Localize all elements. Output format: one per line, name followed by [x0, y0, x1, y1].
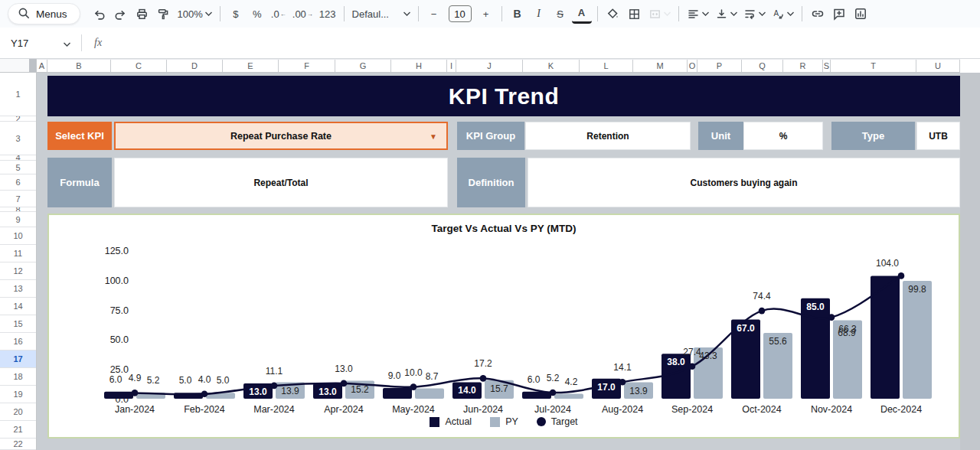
svg-text:75.0: 75.0	[110, 305, 129, 316]
row-header-6[interactable]: 6	[0, 174, 36, 191]
row-header-10[interactable]: 10	[0, 227, 36, 245]
type-label[interactable]: Type	[831, 122, 915, 150]
column-header-M[interactable]: M	[633, 60, 688, 72]
unit-value[interactable]: %	[743, 122, 823, 150]
column-header-F[interactable]: F	[279, 60, 335, 72]
format-percent-button[interactable]: %	[247, 4, 267, 24]
dashboard-title-banner[interactable]: KPI Trend	[47, 76, 960, 116]
text-color-button[interactable]: A	[572, 4, 592, 24]
row-header-17[interactable]: 17	[0, 351, 36, 368]
row-header-2[interactable]: 2	[0, 116, 36, 122]
type-value[interactable]: UTB	[916, 122, 960, 150]
font-size-input[interactable]: 10	[449, 5, 472, 22]
strikethrough-button[interactable]: S	[550, 4, 570, 24]
column-header-E[interactable]: E	[223, 60, 279, 72]
formula-label[interactable]: Formula	[47, 158, 112, 207]
row-header-18[interactable]: 18	[0, 368, 36, 386]
redo-button[interactable]	[111, 4, 131, 24]
unit-label[interactable]: Unit	[698, 122, 743, 150]
merge-cells-button[interactable]	[646, 4, 673, 24]
menus-button[interactable]: Menus	[8, 3, 80, 24]
column-header-U[interactable]: U	[916, 60, 960, 72]
column-header-J[interactable]: J	[456, 60, 523, 72]
row-header-16[interactable]: 16	[0, 333, 36, 351]
row-header-4[interactable]: 4	[0, 155, 36, 161]
paint-format-button[interactable]	[154, 4, 174, 24]
column-header-Q[interactable]: Q	[742, 60, 783, 72]
select-kpi-dropdown[interactable]: Repeat Purchase Rate ▼	[114, 122, 448, 150]
column-header-I[interactable]: I	[447, 60, 456, 72]
toolbar: Menus 100% $ % .0← .00→ 123 Defaul... − …	[0, 0, 980, 28]
more-formats-button[interactable]: 123	[317, 4, 338, 24]
format-currency-button[interactable]: $	[226, 4, 246, 24]
sheet-grid[interactable]: KPI Trend Select KPI Repeat Purchase Rat…	[37, 73, 960, 450]
bold-button[interactable]: B	[508, 4, 528, 24]
font-select[interactable]: Defaul...	[350, 4, 413, 24]
column-header-L[interactable]: L	[580, 60, 633, 72]
svg-text:13.0: 13.0	[318, 386, 337, 397]
column-header-G[interactable]: G	[335, 60, 391, 72]
row-header-5[interactable]: 5	[0, 161, 36, 174]
row-header-19[interactable]: 19	[0, 386, 36, 403]
row-header-15[interactable]: 15	[0, 315, 36, 333]
kpi-chart[interactable]: 125.0100.075.050.025.00.0Jan-2024Feb-202…	[47, 214, 960, 439]
zoom-select[interactable]: 100%	[175, 4, 214, 24]
row-header-7[interactable]: 7	[0, 191, 36, 207]
column-header-A[interactable]: A	[37, 60, 47, 72]
kpi-group-label[interactable]: KPI Group	[457, 122, 524, 150]
column-header-T[interactable]: T	[831, 60, 916, 72]
svg-text:14.1: 14.1	[613, 362, 632, 373]
row-header-14[interactable]: 14	[0, 298, 36, 315]
undo-button[interactable]	[90, 4, 109, 24]
row-header-11[interactable]: 11	[0, 245, 36, 262]
name-box[interactable]: Y17	[0, 38, 77, 49]
select-all-corner[interactable]	[0, 59, 37, 73]
insert-link-button[interactable]	[808, 4, 828, 24]
insert-comment-button[interactable]	[829, 4, 849, 24]
insert-chart-button[interactable]	[851, 4, 871, 24]
kpi-group-value[interactable]: Retention	[525, 122, 691, 150]
row-header-21[interactable]: 21	[0, 421, 36, 439]
legend-swatch-actual	[430, 417, 439, 427]
italic-button[interactable]: I	[529, 4, 549, 24]
legend-swatch-target	[537, 417, 546, 426]
row-header-20[interactable]: 20	[0, 403, 36, 421]
row-header-3[interactable]: 3	[0, 122, 36, 155]
row-header-1[interactable]: 1	[0, 73, 36, 116]
row-header-22[interactable]: 22	[0, 439, 36, 450]
row-header-13[interactable]: 13	[0, 280, 36, 298]
svg-text:14.0: 14.0	[458, 385, 476, 396]
select-kpi-label[interactable]: Select KPI	[47, 122, 112, 150]
formula-input[interactable]	[109, 28, 980, 58]
fill-color-button[interactable]	[603, 4, 623, 24]
increase-decimal-button[interactable]: .00→	[290, 4, 315, 24]
column-header-D[interactable]: D	[167, 60, 223, 72]
column-header-H[interactable]: H	[391, 60, 447, 72]
decrease-decimal-button[interactable]: .0←	[269, 4, 289, 24]
svg-text:5.0: 5.0	[179, 375, 192, 386]
text-rotation-button[interactable]: A	[769, 4, 796, 24]
row-header-9[interactable]: 9	[0, 212, 36, 227]
svg-text:15.2: 15.2	[351, 384, 369, 395]
svg-text:Oct-2024: Oct-2024	[742, 404, 781, 415]
increase-font-size-button[interactable]: +	[476, 4, 496, 24]
column-header-O[interactable]: O	[688, 60, 697, 72]
column-header-C[interactable]: C	[111, 60, 167, 72]
svg-text:43.3: 43.3	[699, 351, 717, 361]
formula-value[interactable]: Repeat/Total	[114, 158, 448, 207]
column-header-P[interactable]: P	[697, 60, 742, 72]
definition-value[interactable]: Customers buying again	[528, 158, 960, 207]
column-header-K[interactable]: K	[523, 60, 580, 72]
horizontal-align-button[interactable]	[684, 4, 711, 24]
legend-label: Actual	[445, 416, 472, 427]
print-button[interactable]	[132, 4, 152, 24]
borders-button[interactable]	[625, 4, 645, 24]
vertical-align-button[interactable]	[713, 4, 740, 24]
column-header-R[interactable]: R	[783, 60, 823, 72]
decrease-font-size-button[interactable]: −	[424, 4, 444, 24]
row-header-12[interactable]: 12	[0, 262, 36, 280]
column-header-B[interactable]: B	[47, 60, 111, 72]
column-header-S[interactable]: S	[823, 60, 831, 72]
definition-label[interactable]: Definition	[457, 158, 525, 207]
text-wrap-button[interactable]	[741, 4, 768, 24]
